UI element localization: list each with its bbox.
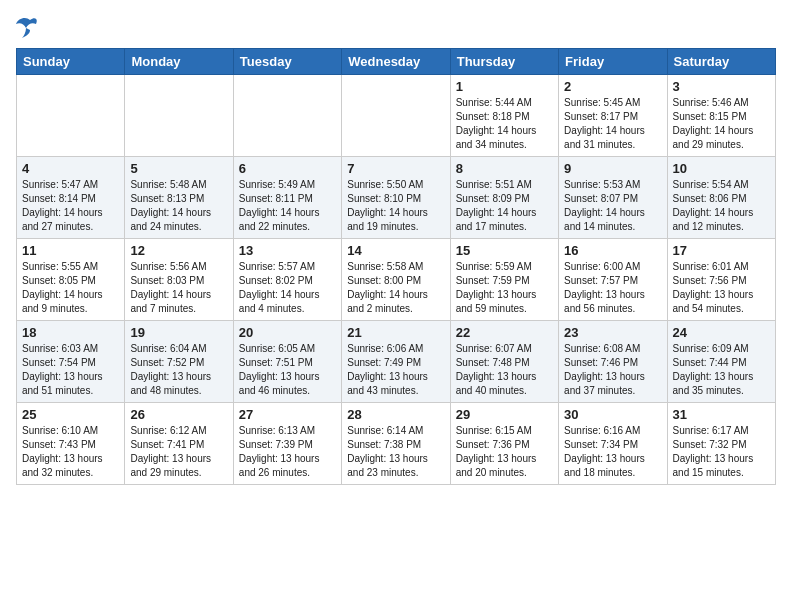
day-number: 7	[347, 161, 444, 176]
calendar-cell: 2Sunrise: 5:45 AM Sunset: 8:17 PM Daylig…	[559, 75, 667, 157]
day-number: 18	[22, 325, 119, 340]
calendar-cell: 8Sunrise: 5:51 AM Sunset: 8:09 PM Daylig…	[450, 157, 558, 239]
calendar-cell: 17Sunrise: 6:01 AM Sunset: 7:56 PM Dayli…	[667, 239, 775, 321]
day-number: 6	[239, 161, 336, 176]
day-info: Sunrise: 6:05 AM Sunset: 7:51 PM Dayligh…	[239, 342, 336, 398]
calendar-cell: 13Sunrise: 5:57 AM Sunset: 8:02 PM Dayli…	[233, 239, 341, 321]
weekday-header: Saturday	[667, 49, 775, 75]
weekday-header-row: SundayMondayTuesdayWednesdayThursdayFrid…	[17, 49, 776, 75]
calendar-cell: 22Sunrise: 6:07 AM Sunset: 7:48 PM Dayli…	[450, 321, 558, 403]
day-number: 21	[347, 325, 444, 340]
calendar-cell: 15Sunrise: 5:59 AM Sunset: 7:59 PM Dayli…	[450, 239, 558, 321]
day-info: Sunrise: 6:15 AM Sunset: 7:36 PM Dayligh…	[456, 424, 553, 480]
calendar-cell: 20Sunrise: 6:05 AM Sunset: 7:51 PM Dayli…	[233, 321, 341, 403]
day-number: 14	[347, 243, 444, 258]
day-info: Sunrise: 6:10 AM Sunset: 7:43 PM Dayligh…	[22, 424, 119, 480]
calendar-cell: 12Sunrise: 5:56 AM Sunset: 8:03 PM Dayli…	[125, 239, 233, 321]
calendar-cell: 11Sunrise: 5:55 AM Sunset: 8:05 PM Dayli…	[17, 239, 125, 321]
day-info: Sunrise: 5:45 AM Sunset: 8:17 PM Dayligh…	[564, 96, 661, 152]
calendar-week-row: 25Sunrise: 6:10 AM Sunset: 7:43 PM Dayli…	[17, 403, 776, 485]
calendar-week-row: 18Sunrise: 6:03 AM Sunset: 7:54 PM Dayli…	[17, 321, 776, 403]
day-info: Sunrise: 5:58 AM Sunset: 8:00 PM Dayligh…	[347, 260, 444, 316]
weekday-header: Friday	[559, 49, 667, 75]
weekday-header: Sunday	[17, 49, 125, 75]
calendar-week-row: 1Sunrise: 5:44 AM Sunset: 8:18 PM Daylig…	[17, 75, 776, 157]
day-info: Sunrise: 5:50 AM Sunset: 8:10 PM Dayligh…	[347, 178, 444, 234]
day-info: Sunrise: 6:01 AM Sunset: 7:56 PM Dayligh…	[673, 260, 770, 316]
weekday-header: Monday	[125, 49, 233, 75]
day-info: Sunrise: 5:49 AM Sunset: 8:11 PM Dayligh…	[239, 178, 336, 234]
calendar-week-row: 4Sunrise: 5:47 AM Sunset: 8:14 PM Daylig…	[17, 157, 776, 239]
calendar-cell: 1Sunrise: 5:44 AM Sunset: 8:18 PM Daylig…	[450, 75, 558, 157]
calendar-cell: 23Sunrise: 6:08 AM Sunset: 7:46 PM Dayli…	[559, 321, 667, 403]
day-number: 1	[456, 79, 553, 94]
day-number: 29	[456, 407, 553, 422]
day-info: Sunrise: 6:09 AM Sunset: 7:44 PM Dayligh…	[673, 342, 770, 398]
day-number: 28	[347, 407, 444, 422]
day-info: Sunrise: 5:44 AM Sunset: 8:18 PM Dayligh…	[456, 96, 553, 152]
weekday-header: Tuesday	[233, 49, 341, 75]
day-info: Sunrise: 5:46 AM Sunset: 8:15 PM Dayligh…	[673, 96, 770, 152]
day-number: 25	[22, 407, 119, 422]
day-info: Sunrise: 5:54 AM Sunset: 8:06 PM Dayligh…	[673, 178, 770, 234]
day-info: Sunrise: 6:12 AM Sunset: 7:41 PM Dayligh…	[130, 424, 227, 480]
day-number: 3	[673, 79, 770, 94]
calendar-cell: 16Sunrise: 6:00 AM Sunset: 7:57 PM Dayli…	[559, 239, 667, 321]
day-info: Sunrise: 6:08 AM Sunset: 7:46 PM Dayligh…	[564, 342, 661, 398]
calendar-cell	[125, 75, 233, 157]
day-info: Sunrise: 6:17 AM Sunset: 7:32 PM Dayligh…	[673, 424, 770, 480]
day-number: 16	[564, 243, 661, 258]
day-info: Sunrise: 6:14 AM Sunset: 7:38 PM Dayligh…	[347, 424, 444, 480]
calendar-cell: 26Sunrise: 6:12 AM Sunset: 7:41 PM Dayli…	[125, 403, 233, 485]
calendar-cell: 7Sunrise: 5:50 AM Sunset: 8:10 PM Daylig…	[342, 157, 450, 239]
calendar-cell: 29Sunrise: 6:15 AM Sunset: 7:36 PM Dayli…	[450, 403, 558, 485]
logo-bird-icon	[16, 16, 44, 38]
calendar-cell: 4Sunrise: 5:47 AM Sunset: 8:14 PM Daylig…	[17, 157, 125, 239]
day-info: Sunrise: 5:53 AM Sunset: 8:07 PM Dayligh…	[564, 178, 661, 234]
weekday-header: Thursday	[450, 49, 558, 75]
day-info: Sunrise: 5:55 AM Sunset: 8:05 PM Dayligh…	[22, 260, 119, 316]
day-info: Sunrise: 5:56 AM Sunset: 8:03 PM Dayligh…	[130, 260, 227, 316]
day-info: Sunrise: 6:03 AM Sunset: 7:54 PM Dayligh…	[22, 342, 119, 398]
calendar-cell: 25Sunrise: 6:10 AM Sunset: 7:43 PM Dayli…	[17, 403, 125, 485]
day-info: Sunrise: 5:51 AM Sunset: 8:09 PM Dayligh…	[456, 178, 553, 234]
calendar-cell	[342, 75, 450, 157]
calendar-cell: 19Sunrise: 6:04 AM Sunset: 7:52 PM Dayli…	[125, 321, 233, 403]
calendar-cell	[233, 75, 341, 157]
calendar-cell: 3Sunrise: 5:46 AM Sunset: 8:15 PM Daylig…	[667, 75, 775, 157]
day-number: 9	[564, 161, 661, 176]
calendar-cell: 10Sunrise: 5:54 AM Sunset: 8:06 PM Dayli…	[667, 157, 775, 239]
day-info: Sunrise: 5:59 AM Sunset: 7:59 PM Dayligh…	[456, 260, 553, 316]
day-number: 11	[22, 243, 119, 258]
weekday-header: Wednesday	[342, 49, 450, 75]
day-number: 31	[673, 407, 770, 422]
day-number: 13	[239, 243, 336, 258]
day-number: 19	[130, 325, 227, 340]
calendar-cell: 6Sunrise: 5:49 AM Sunset: 8:11 PM Daylig…	[233, 157, 341, 239]
day-number: 22	[456, 325, 553, 340]
day-number: 23	[564, 325, 661, 340]
day-number: 27	[239, 407, 336, 422]
page-header	[16, 16, 776, 38]
day-info: Sunrise: 6:00 AM Sunset: 7:57 PM Dayligh…	[564, 260, 661, 316]
day-number: 26	[130, 407, 227, 422]
day-info: Sunrise: 6:04 AM Sunset: 7:52 PM Dayligh…	[130, 342, 227, 398]
day-number: 8	[456, 161, 553, 176]
day-number: 12	[130, 243, 227, 258]
day-info: Sunrise: 6:07 AM Sunset: 7:48 PM Dayligh…	[456, 342, 553, 398]
day-info: Sunrise: 5:47 AM Sunset: 8:14 PM Dayligh…	[22, 178, 119, 234]
calendar-cell: 28Sunrise: 6:14 AM Sunset: 7:38 PM Dayli…	[342, 403, 450, 485]
day-number: 5	[130, 161, 227, 176]
day-number: 15	[456, 243, 553, 258]
day-number: 30	[564, 407, 661, 422]
day-number: 4	[22, 161, 119, 176]
day-number: 24	[673, 325, 770, 340]
calendar-cell: 27Sunrise: 6:13 AM Sunset: 7:39 PM Dayli…	[233, 403, 341, 485]
calendar-cell: 24Sunrise: 6:09 AM Sunset: 7:44 PM Dayli…	[667, 321, 775, 403]
day-info: Sunrise: 6:16 AM Sunset: 7:34 PM Dayligh…	[564, 424, 661, 480]
calendar-cell: 9Sunrise: 5:53 AM Sunset: 8:07 PM Daylig…	[559, 157, 667, 239]
day-info: Sunrise: 5:57 AM Sunset: 8:02 PM Dayligh…	[239, 260, 336, 316]
calendar-cell: 14Sunrise: 5:58 AM Sunset: 8:00 PM Dayli…	[342, 239, 450, 321]
calendar-cell: 18Sunrise: 6:03 AM Sunset: 7:54 PM Dayli…	[17, 321, 125, 403]
calendar-table: SundayMondayTuesdayWednesdayThursdayFrid…	[16, 48, 776, 485]
